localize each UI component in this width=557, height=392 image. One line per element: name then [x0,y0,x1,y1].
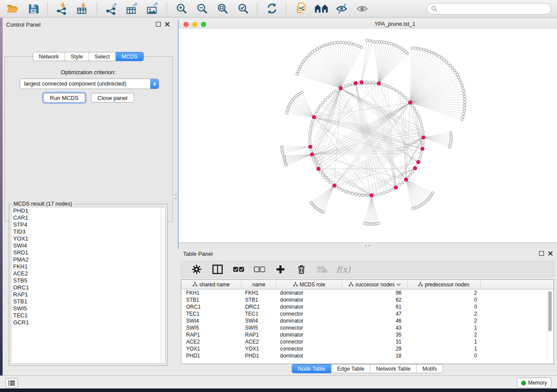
memory-label: Memory [528,380,547,386]
function-builder-icon[interactable]: f(x) [338,264,349,275]
select-all-rows-icon[interactable] [233,264,244,275]
table-row-ORC1[interactable]: ORC1ORC1dominator610 [181,303,554,310]
table-row-TEC1[interactable]: TEC1TEC1connector472 [181,310,554,317]
table-scrollbar[interactable] [547,290,552,361]
cell-role: connector [277,324,342,331]
table-row-FKH1[interactable]: FKH1FKH1dominator962 [181,289,554,296]
run-mcds-button[interactable]: Run MCDS [43,93,85,103]
hide-selected-icon[interactable] [333,2,350,16]
table-row-PHD1[interactable]: PHD1PHD1dominator180 [181,352,554,359]
search-input[interactable] [440,5,551,12]
table-row-ACE2[interactable]: ACE2ACE2connector311 [181,338,554,345]
close-panel-icon[interactable] [165,22,170,27]
export-image-icon[interactable] [144,2,161,16]
mcds-result-item[interactable]: YOX1 [11,235,165,242]
zoom-in-icon[interactable] [173,2,190,16]
delete-column-icon[interactable] [296,264,307,275]
mcds-result-item[interactable]: STP4 [11,221,165,228]
mcds-result-item[interactable]: RAP1 [11,291,165,298]
column-label: shared name [199,282,230,288]
table-tab-network-table[interactable]: Network Table [370,364,417,373]
tab-mcds[interactable]: MCDS [116,52,144,61]
column-header-name[interactable]: name [242,280,277,289]
mcds-result-item[interactable]: SWI4 [11,242,165,249]
cell-shared_name: ORC1 [181,303,242,310]
vertical-splitter[interactable] [174,20,178,375]
table-row-SWI4[interactable]: SWI4SWI4dominator462 [181,317,554,324]
column-header-shared-name[interactable]: shared name [181,280,242,289]
optimization-criterion-label: Optimization criterion: [3,69,174,76]
node-table: shared namenameMCDS rolesuccessor nodesp… [181,279,554,364]
zoom-fit-icon[interactable] [214,2,231,16]
table-header-row: shared namenameMCDS rolesuccessor nodesp… [181,280,554,289]
first-neighbors-icon[interactable] [313,2,329,16]
zoom-selected-icon[interactable] [235,2,251,16]
cell-role: dominator [277,331,342,338]
table-tab-edge-table[interactable]: Edge Table [332,364,370,373]
toolbar-separator [257,3,258,14]
mcds-result-item[interactable]: SRD1 [11,249,165,256]
mcds-result-item[interactable]: CAR1 [11,214,165,221]
mcds-result-item[interactable]: ORC1 [11,284,165,291]
panel-menu-button[interactable] [5,378,18,388]
cell-role: connector [277,310,342,317]
refresh-view-icon[interactable] [263,2,280,16]
search-box[interactable] [427,3,551,14]
tab-network[interactable]: Network [33,52,65,61]
mcds-result-title: MCDS result (17 nodes) [12,201,74,207]
export-network-icon[interactable] [103,2,120,16]
mcds-result-item[interactable]: STB1 [11,298,165,305]
delete-table-icon[interactable] [317,264,328,275]
mcds-result-item[interactable]: GCR1 [11,319,165,326]
tab-style[interactable]: Style [65,52,89,61]
export-table-icon[interactable] [124,2,140,16]
table-row-SWI5[interactable]: SWI5SWI5connector431 [181,324,554,331]
open-file-icon[interactable] [4,2,21,16]
save-session-icon[interactable] [25,2,42,16]
show-column-icon[interactable] [212,264,223,275]
clone-network-icon[interactable] [292,2,309,16]
float-panel-icon[interactable] [539,251,544,256]
mcds-result-item[interactable]: SWI5 [11,305,165,312]
table-settings-gear-icon[interactable] [191,264,202,275]
close-panel-button[interactable]: Close panel [91,93,134,103]
control-panel: Control Panel NetworkStyleSelectMCDS Opt… [3,20,174,375]
import-network-icon[interactable] [54,2,70,16]
column-header-MCDS-role[interactable]: MCDS role [277,280,342,289]
tab-select[interactable]: Select [89,52,116,61]
horizontal-splitter[interactable] [179,242,557,249]
mcds-result-item[interactable]: PMA2 [11,256,165,263]
mcds-result-item[interactable]: ACE2 [11,270,165,277]
cell-role: dominator [277,296,342,303]
table-row-RAP1[interactable]: RAP1RAP1dominator352 [181,331,554,338]
mcds-result-item[interactable]: TEC1 [11,312,165,319]
table-tab-node-table[interactable]: Node Table [292,364,332,373]
add-column-icon[interactable] [275,264,286,275]
network-canvas[interactable] [179,29,557,243]
float-panel-icon[interactable] [156,22,161,27]
mcds-result-item[interactable]: TID3 [11,228,165,235]
memory-button[interactable]: Memory [517,378,551,388]
mcds-list-scrollbar[interactable] [161,207,165,363]
cell-name: SWI4 [242,317,277,324]
close-panel-icon[interactable] [548,251,553,256]
cell-name: FKH1 [242,289,277,296]
table-tab-motifs[interactable]: Motifs [417,364,443,373]
mcds-result-list[interactable]: PHD1CAR1STP4TID3YOX1SWI4SRD1PMA2FKH1ACE2… [11,207,166,364]
column-header-predecessor-nodes[interactable]: predecessor nodes [408,280,481,289]
column-header-successor-nodes[interactable]: successor nodes [342,280,408,289]
mcds-result-item[interactable]: STB5 [11,277,165,284]
table-row-YOX1[interactable]: YOX1YOX1connector291 [181,345,554,352]
import-table-icon[interactable] [74,2,91,16]
cell-successors: 62 [342,296,408,303]
deselect-all-rows-icon[interactable] [254,264,265,275]
optimization-criterion-select[interactable]: largest connected component (undirected) [20,79,159,89]
mcds-result-item[interactable]: PHD1 [11,207,165,214]
show-all-icon[interactable] [354,2,370,16]
mcds-result-item[interactable]: FKH1 [11,263,165,270]
zoom-out-icon[interactable] [194,2,210,16]
network-titlebar[interactable]: YPA_prune.txt_1 [179,20,557,29]
table-row-STB1[interactable]: STB1STB1dominator620 [181,296,554,303]
scrollbar-thumb[interactable] [548,291,552,331]
combo-stepper-icon [150,79,159,89]
